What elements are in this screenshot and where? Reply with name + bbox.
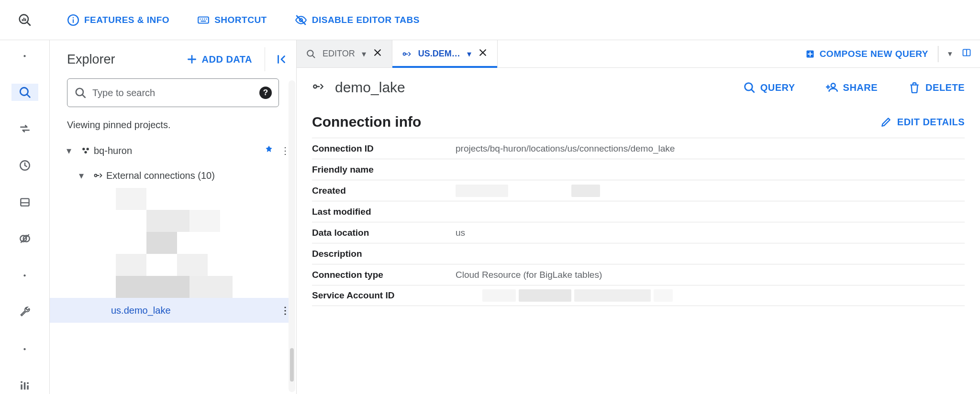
left-nav-rail: ● ● ● xyxy=(0,40,50,394)
content-panel: EDITOR ▾ US.DEM… ▾ xyxy=(297,40,980,394)
swap-horiz-icon xyxy=(19,122,31,135)
chevron-down-icon[interactable]: ▾ xyxy=(73,170,90,181)
clock-icon xyxy=(19,159,31,172)
disable-editor-tabs-label: DISABLE EDITOR TABS xyxy=(312,15,420,25)
rail-item-dot[interactable]: ● xyxy=(11,47,38,65)
pencil-icon xyxy=(880,116,892,128)
svg-rect-9 xyxy=(200,18,201,19)
explorer-panel: Explorer ADD DATA ? Viewing pinned proje… xyxy=(50,40,297,394)
svg-rect-3 xyxy=(23,18,24,21)
svg-point-33 xyxy=(84,151,87,153)
info-key: Connection type xyxy=(312,270,456,280)
svg-rect-8 xyxy=(198,17,209,23)
keyboard-icon xyxy=(197,14,210,26)
query-icon xyxy=(306,49,316,59)
features-info-label: FEATURES & INFO xyxy=(84,15,169,25)
rail-item-dot-2[interactable]: ● xyxy=(11,267,38,285)
chevron-down-icon[interactable]: ▾ xyxy=(60,145,78,156)
info-row: Friendly name xyxy=(312,159,965,180)
svg-rect-2 xyxy=(22,19,23,21)
bigquery-logo xyxy=(0,14,50,26)
tab-connection-label: US.DEM… xyxy=(418,49,460,59)
resource-header: demo_lake QUERY SHARE DELETE xyxy=(297,68,980,102)
tab-editor[interactable]: EDITOR ▾ xyxy=(297,40,392,67)
rail-item-search[interactable] xyxy=(11,84,38,101)
svg-point-32 xyxy=(87,148,89,150)
magnifier-bar-icon xyxy=(19,14,31,26)
scrollbar-thumb[interactable] xyxy=(290,348,294,382)
share-label: SHARE xyxy=(843,82,878,93)
search-input[interactable] xyxy=(92,88,254,98)
info-val: projects/bq-huron/locations/us/connectio… xyxy=(456,143,675,154)
search-box[interactable]: ? xyxy=(67,78,279,107)
add-data-button[interactable]: ADD DATA xyxy=(186,53,252,66)
rail-item-biengine[interactable] xyxy=(11,230,38,248)
info-val: Cloud Resource (for BigLake tables) xyxy=(456,270,602,280)
explorer-title: Explorer xyxy=(67,52,115,67)
split-pane-icon[interactable] xyxy=(962,48,971,60)
svg-rect-6 xyxy=(73,19,74,23)
svg-line-43 xyxy=(751,89,754,92)
svg-line-30 xyxy=(82,95,85,97)
rail-item-slots[interactable] xyxy=(11,193,38,211)
query-button[interactable]: QUERY xyxy=(743,81,795,94)
info-key: Created xyxy=(312,186,456,196)
info-key: Last modified xyxy=(312,207,456,217)
svg-point-31 xyxy=(82,148,85,150)
svg-line-1 xyxy=(27,22,30,25)
search-icon xyxy=(743,81,756,94)
features-info-button[interactable]: FEATURES & INFO xyxy=(67,14,169,26)
project-icon xyxy=(78,146,94,155)
explorer-scrollbar[interactable] xyxy=(289,80,295,392)
pin-icon[interactable] xyxy=(261,145,277,157)
resource-tree: ▾ bq-huron ⋮ ▾ External connections xyxy=(50,138,296,323)
tab-list-dropdown[interactable]: ▾ xyxy=(948,49,952,59)
tab-dropdown-icon[interactable]: ▾ xyxy=(362,49,366,59)
rail-item-bars[interactable] xyxy=(11,376,38,394)
svg-rect-7 xyxy=(73,17,74,18)
plus-box-icon xyxy=(805,49,815,59)
rail-item-settings[interactable] xyxy=(11,303,38,321)
rail-item-history[interactable] xyxy=(11,157,38,175)
info-icon xyxy=(67,14,79,26)
info-table: Connection ID projects/bq-huron/location… xyxy=(297,135,980,306)
svg-rect-26 xyxy=(27,385,28,390)
delete-label: DELETE xyxy=(925,82,965,93)
svg-rect-24 xyxy=(21,384,22,389)
external-connections-label: External connections (10) xyxy=(106,170,293,181)
document-tabs: EDITOR ▾ US.DEM… ▾ xyxy=(297,40,980,68)
info-row: Created xyxy=(312,180,965,201)
svg-line-36 xyxy=(312,55,315,57)
external-connections-node[interactable]: ▾ External connections (10) xyxy=(50,163,293,188)
close-icon[interactable] xyxy=(478,48,488,60)
connection-icon xyxy=(90,171,106,180)
shortcut-button[interactable]: SHORTCUT xyxy=(197,14,267,26)
info-key: Connection ID xyxy=(312,143,456,154)
share-button[interactable]: SHARE xyxy=(826,81,878,94)
server-icon xyxy=(19,196,31,208)
connection-icon xyxy=(402,49,412,59)
info-row: Service Account ID xyxy=(312,285,965,306)
compose-new-query-button[interactable]: COMPOSE NEW QUERY xyxy=(805,49,928,59)
svg-line-17 xyxy=(27,95,29,97)
svg-rect-13 xyxy=(201,21,206,22)
edit-details-button[interactable]: EDIT DETAILS xyxy=(880,116,965,128)
tab-connection[interactable]: US.DEM… ▾ xyxy=(392,40,498,67)
help-icon[interactable]: ? xyxy=(259,87,272,99)
top-toolbar: FEATURES & INFO SHORTCUT DISABLE EDITOR … xyxy=(0,0,980,40)
divider xyxy=(938,46,938,62)
project-node[interactable]: ▾ bq-huron ⋮ xyxy=(50,138,293,163)
project-label: bq-huron xyxy=(94,145,261,156)
trash-icon xyxy=(908,81,921,94)
svg-rect-11 xyxy=(204,18,205,19)
shortcut-label: SHORTCUT xyxy=(214,15,267,25)
tab-dropdown-icon[interactable]: ▾ xyxy=(467,49,471,59)
info-key: Description xyxy=(312,249,456,259)
rail-item-dot-3[interactable]: ● xyxy=(11,340,38,358)
collapse-explorer-button[interactable] xyxy=(265,47,289,71)
close-icon[interactable] xyxy=(373,48,382,60)
delete-button[interactable]: DELETE xyxy=(908,81,965,94)
connection-item-selected[interactable]: us.demo_lake ⋮ xyxy=(50,298,293,323)
rail-item-transfers[interactable] xyxy=(11,120,38,138)
disable-editor-tabs-button[interactable]: DISABLE EDITOR TABS xyxy=(295,14,420,26)
